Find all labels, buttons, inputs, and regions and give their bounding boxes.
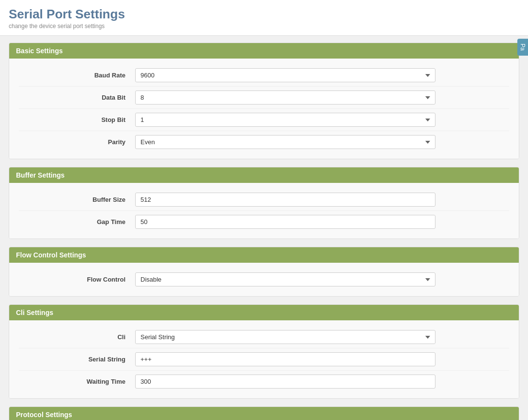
buffer-size-input[interactable]: [135, 193, 435, 207]
cli-row: Cli Serial StringTelnetSSH: [19, 326, 509, 348]
baud-rate-row: Baud Rate 300600120024004800960019200384…: [19, 64, 509, 87]
parity-select[interactable]: NoneOddEvenMarkSpace: [135, 135, 435, 149]
flow-control-header: Flow Control Settings: [9, 247, 519, 263]
page-header: Serial Port Settings change the device s…: [0, 0, 528, 36]
page-subtitle: change the device serial port settings: [9, 23, 519, 30]
cli-label: Cli: [19, 333, 135, 341]
page-title: Serial Port Settings: [9, 7, 519, 22]
waiting-time-row: Waiting Time: [19, 371, 509, 392]
baud-rate-label: Baud Rate: [19, 72, 135, 79]
parity-row: Parity NoneOddEvenMarkSpace: [19, 131, 509, 153]
buffer-size-row: Buffer Size: [19, 189, 509, 211]
flow-control-row: Flow Control DisableRTS/CTSXON/XOFF: [19, 269, 509, 290]
basic-settings-section: Basic Settings Baud Rate 300600120024004…: [9, 43, 519, 159]
protocol-settings-section: Protocol Settings Protocol ModbusRaw TCP…: [9, 406, 519, 420]
cli-settings-header: Cli Settings: [9, 305, 519, 320]
serial-string-input[interactable]: [135, 352, 435, 366]
side-panel-tab[interactable]: Pa: [517, 39, 528, 56]
gap-time-row: Gap Time: [19, 211, 509, 233]
gap-time-label: Gap Time: [19, 218, 135, 225]
parity-label: Parity: [19, 138, 135, 146]
serial-string-label: Serial String: [19, 356, 135, 363]
basic-settings-body: Baud Rate 300600120024004800960019200384…: [9, 59, 519, 159]
flow-control-body: Flow Control DisableRTS/CTSXON/XOFF: [9, 263, 519, 296]
buffer-size-label: Buffer Size: [19, 196, 135, 203]
data-bit-row: Data Bit 5678: [19, 87, 509, 109]
cli-select[interactable]: Serial StringTelnetSSH: [135, 330, 435, 344]
basic-settings-header: Basic Settings: [9, 43, 519, 59]
waiting-time-input[interactable]: [135, 375, 435, 389]
buffer-settings-header: Buffer Settings: [9, 167, 519, 183]
flow-control-section: Flow Control Settings Flow Control Disab…: [9, 247, 519, 297]
baud-rate-select[interactable]: 3006001200240048009600192003840057600115…: [135, 68, 435, 82]
main-content: Basic Settings Baud Rate 300600120024004…: [0, 36, 528, 420]
flow-control-label: Flow Control: [19, 276, 135, 283]
gap-time-input[interactable]: [135, 215, 435, 229]
buffer-settings-section: Buffer Settings Buffer Size Gap Time: [9, 167, 519, 239]
stop-bit-label: Stop Bit: [19, 116, 135, 123]
stop-bit-row: Stop Bit 12: [19, 109, 509, 131]
cli-settings-section: Cli Settings Cli Serial StringTelnetSSH …: [9, 304, 519, 399]
data-bit-label: Data Bit: [19, 94, 135, 101]
waiting-time-label: Waiting Time: [19, 378, 135, 385]
stop-bit-select[interactable]: 12: [135, 113, 435, 127]
cli-settings-body: Cli Serial StringTelnetSSH Serial String…: [9, 320, 519, 398]
data-bit-select[interactable]: 5678: [135, 90, 435, 105]
flow-control-select[interactable]: DisableRTS/CTSXON/XOFF: [135, 272, 435, 286]
serial-string-row: Serial String: [19, 348, 509, 371]
protocol-settings-header: Protocol Settings: [9, 407, 519, 420]
buffer-settings-body: Buffer Size Gap Time: [9, 183, 519, 239]
